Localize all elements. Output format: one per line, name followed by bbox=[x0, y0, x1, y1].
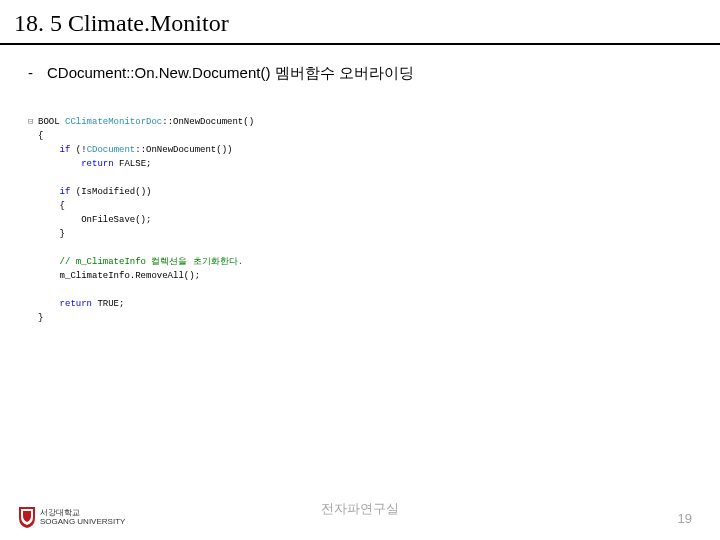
bullet-text: CDocument::On.New.Document() 멤버함수 오버라이딩 bbox=[47, 63, 414, 83]
bullet-dash: - bbox=[28, 63, 33, 83]
slide-title: 18. 5 Climate.Monitor bbox=[0, 0, 720, 45]
page-number: 19 bbox=[678, 511, 692, 526]
footer-center-text: 전자파연구실 bbox=[0, 500, 720, 518]
bullet-item: - CDocument::On.New.Document() 멤버함수 오버라이… bbox=[0, 63, 720, 83]
footer: 서강대학교 SOGANG UNIVERSITY 전자파연구실 19 bbox=[0, 500, 720, 528]
code-block: ⊟BOOL CClimateMonitorDoc::OnNewDocument(… bbox=[28, 101, 720, 325]
